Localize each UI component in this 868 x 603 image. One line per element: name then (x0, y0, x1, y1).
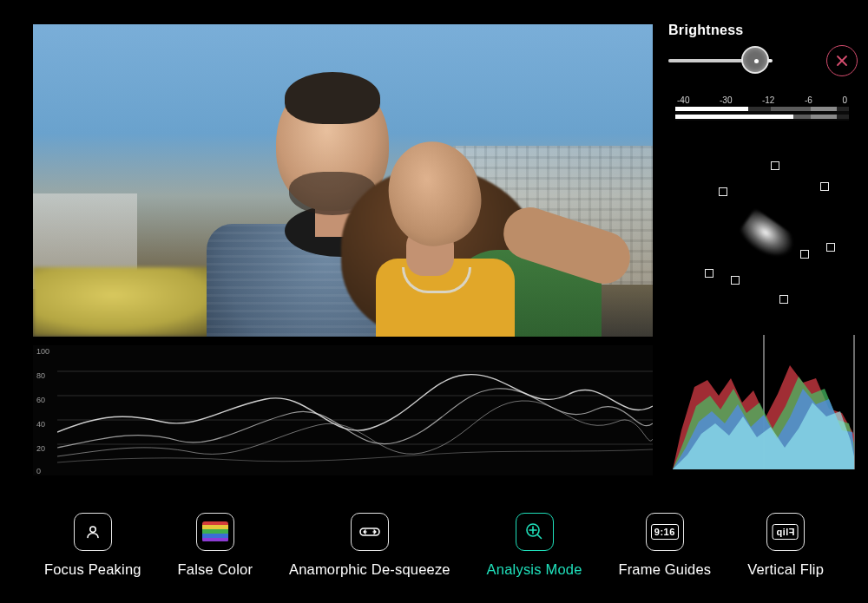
vectorscope-target (719, 187, 727, 196)
tool-vertical-flip[interactable]: FlipVertical Flip (747, 513, 824, 578)
audio-level-meter: -40 -30 -12 -6 0 (675, 95, 849, 130)
waveform-scope[interactable]: 100 80 60 40 20 0 (33, 345, 653, 475)
tool-anamorphic-desqueeze[interactable]: Anamorphic De-squeeze (289, 513, 450, 578)
waveform-graph (57, 345, 653, 475)
vectorscope-target (820, 182, 829, 191)
subject-person (341, 120, 602, 337)
tool-label: Focus Peaking (44, 561, 141, 578)
waveform-tick: 80 (36, 371, 45, 380)
tool-frame-guides[interactable]: 9:16Frame Guides (618, 513, 711, 578)
vectorscope-target (705, 269, 713, 278)
audio-tick: -12 (762, 95, 774, 105)
analysis-mode-iconbox (516, 513, 554, 551)
audio-channel-level (675, 107, 748, 111)
false-color-icon (202, 521, 228, 542)
false-color-iconbox (196, 513, 234, 551)
tool-false-color[interactable]: False Color (178, 513, 253, 578)
waveform-tick: 20 (36, 444, 45, 453)
tool-label: Anamorphic De-squeeze (289, 561, 450, 578)
vertical-flip-iconbox: Flip (766, 513, 805, 551)
focus-peaking-iconbox (74, 513, 112, 551)
app-root: 100 80 60 40 20 0 Brightness (0, 0, 868, 603)
vectorscope-trace (735, 208, 800, 268)
vectorscope-target (800, 250, 809, 259)
tool-label: Vertical Flip (747, 561, 824, 578)
waveform-tick: 60 (36, 396, 45, 404)
tool-label: False Color (178, 561, 253, 578)
histogram-graph (668, 326, 859, 475)
flip-badge-icon: Flip (773, 524, 799, 540)
magnify-target-icon (523, 521, 546, 543)
vectorscope-target (826, 243, 835, 252)
tool-label: Frame Guides (618, 561, 711, 578)
tool-label: Analysis Mode (487, 561, 582, 578)
audio-tick: -30 (720, 95, 732, 105)
svg-rect-6 (360, 528, 379, 535)
brightness-slider-row (668, 47, 858, 75)
aspect-badge-icon: 9:16 (651, 524, 679, 540)
video-preview[interactable] (33, 24, 653, 337)
close-button[interactable] (826, 45, 858, 76)
tool-focus-peaking[interactable]: Focus Peaking (44, 513, 141, 578)
anamorphic-desqueeze-iconbox (351, 513, 389, 551)
audio-tick: -6 (805, 95, 812, 105)
person-outline-icon (82, 521, 103, 542)
tool-analysis-mode[interactable]: Analysis Mode (487, 513, 582, 578)
rgb-histogram[interactable] (668, 326, 859, 475)
frame-guides-iconbox: 9:16 (646, 513, 684, 551)
waveform-tick: 100 (36, 347, 49, 356)
brightness-slider-thumb[interactable] (741, 46, 769, 74)
vectorscope-target (731, 276, 740, 285)
audio-tick: 0 (842, 95, 847, 105)
vectorscope[interactable] (668, 147, 859, 312)
audio-bars (675, 107, 849, 121)
monitoring-toolbar: Focus PeakingFalse ColorAnamorphic De-sq… (0, 497, 868, 593)
waveform-tick: 40 (36, 420, 45, 429)
vectorscope-target (779, 295, 788, 304)
close-icon (836, 55, 848, 67)
desqueeze-icon (358, 523, 381, 541)
waveform-tick: 0 (36, 467, 41, 475)
audio-channel-level (675, 115, 793, 119)
brightness-label: Brightness (668, 23, 858, 38)
vectorscope-target (771, 161, 779, 170)
brightness-panel: Brightness (668, 23, 858, 75)
audio-tick: -40 (677, 95, 689, 105)
